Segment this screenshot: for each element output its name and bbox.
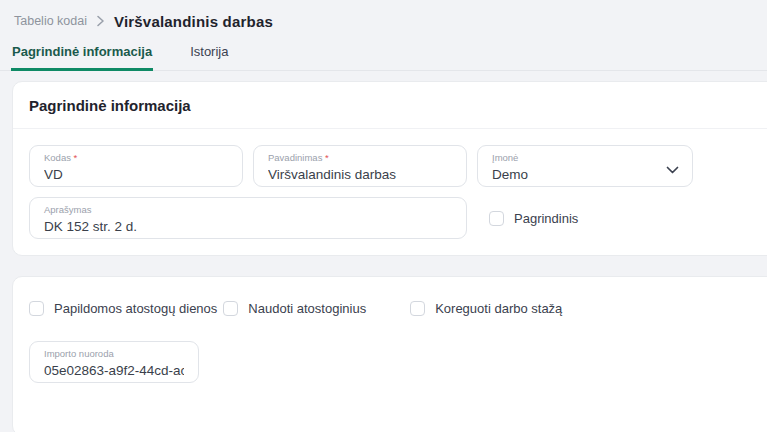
importo-nuoroda-field: Importo nuoroda bbox=[29, 341, 199, 383]
page-title: Viršvalandinis darbas bbox=[114, 13, 273, 30]
pavadinimas-label: Pavadinimas * bbox=[268, 152, 452, 164]
imone-select-field[interactable]: Įmonė bbox=[477, 145, 693, 187]
chevron-down-icon[interactable] bbox=[666, 161, 679, 179]
koreguoti-checkbox-row[interactable]: Koreguoti darbo stažą bbox=[410, 301, 562, 316]
pavadinimas-field: Pavadinimas * bbox=[253, 145, 467, 187]
aprasymas-input[interactable] bbox=[44, 217, 452, 235]
aprasymas-field: Aprašymas bbox=[29, 197, 467, 239]
breadcrumb-parent-link[interactable]: Tabelio kodai bbox=[14, 14, 87, 28]
naudoti-checkbox-label: Naudoti atostoginius bbox=[248, 301, 366, 316]
kodas-input[interactable] bbox=[44, 165, 228, 183]
tab-istorija[interactable]: Istorija bbox=[189, 41, 229, 71]
imone-value[interactable] bbox=[492, 165, 656, 183]
required-asterisk: * bbox=[74, 152, 78, 163]
koreguoti-checkbox-label: Koreguoti darbo stažą bbox=[435, 301, 562, 316]
naudoti-checkbox[interactable] bbox=[223, 301, 238, 316]
options-card: Papildomos atostogų dienos Naudoti atost… bbox=[12, 276, 767, 432]
chevron-right-icon bbox=[96, 15, 105, 27]
pagrindinis-checkbox-label: Pagrindinis bbox=[514, 211, 578, 226]
imone-label: Įmonė bbox=[492, 152, 656, 164]
tab-bar: Pagrindinė informacija Istorija bbox=[0, 41, 767, 71]
papildomos-checkbox-row[interactable]: Papildomos atostogų dienos bbox=[29, 301, 217, 316]
papildomos-checkbox-label: Papildomos atostogų dienos bbox=[54, 301, 217, 316]
kodas-field: Kodas * bbox=[29, 145, 243, 187]
pagrindinis-checkbox[interactable] bbox=[489, 211, 504, 226]
main-info-card: Pagrindinė informacija Kodas * Pavadinim… bbox=[12, 81, 767, 256]
tab-pagrindine-informacija[interactable]: Pagrindinė informacija bbox=[11, 41, 153, 71]
naudoti-checkbox-row[interactable]: Naudoti atostoginius bbox=[223, 301, 366, 316]
options-checkbox-group: Papildomos atostogų dienos Naudoti atost… bbox=[29, 301, 767, 316]
section-title: Pagrindinė informacija bbox=[13, 82, 767, 129]
pavadinimas-input[interactable] bbox=[268, 165, 452, 183]
aprasymas-label: Aprašymas bbox=[44, 204, 452, 216]
papildomos-checkbox[interactable] bbox=[29, 301, 44, 316]
required-asterisk: * bbox=[325, 152, 329, 163]
pagrindinis-checkbox-row[interactable]: Pagrindinis bbox=[489, 211, 578, 226]
breadcrumb: Tabelio kodai Viršvalandinis darbas bbox=[0, 0, 767, 30]
koreguoti-checkbox[interactable] bbox=[410, 301, 425, 316]
kodas-label: Kodas * bbox=[44, 152, 228, 164]
importo-nuoroda-input[interactable] bbox=[44, 361, 184, 379]
importo-nuoroda-label: Importo nuoroda bbox=[44, 348, 184, 360]
